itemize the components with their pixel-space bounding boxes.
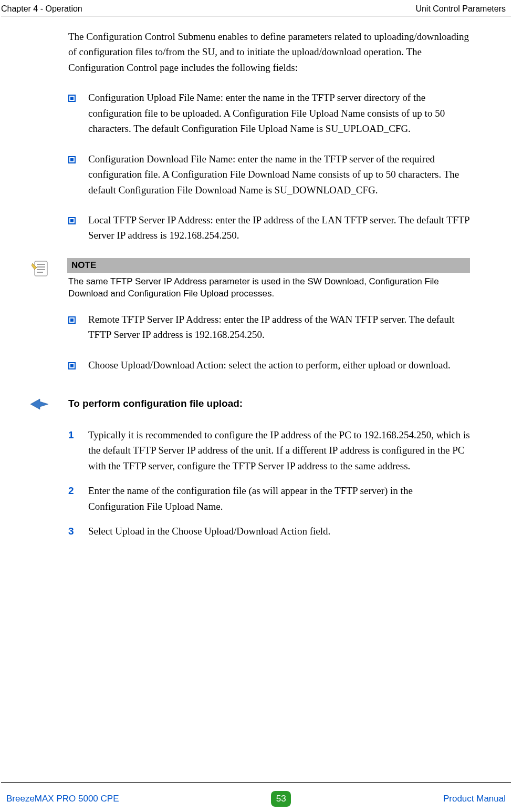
footer-right: Product Manual (443, 794, 506, 804)
arrow-right-icon (29, 398, 50, 413)
note-title: NOTE (67, 258, 470, 273)
intro-paragraph: The Configuration Control Submenu enable… (68, 29, 470, 75)
svg-rect-5 (70, 219, 74, 222)
bullet-text: Configuration Download File Name: enter … (88, 153, 459, 196)
bullet-text: Choose Upload/Download Action: select th… (88, 359, 451, 371)
header-right: Unit Control Parameters (415, 4, 506, 14)
bullet-item: Remote TFTP Server IP Address: enter the… (68, 312, 470, 343)
square-bullet-icon (68, 359, 77, 375)
step-item: 1 Typically it is recommended to configu… (68, 427, 470, 474)
header-left: Chapter 4 - Operation (1, 4, 82, 14)
bullet-item: Configuration Download File Name: enter … (68, 151, 470, 198)
svg-rect-13 (70, 318, 74, 322)
svg-rect-3 (70, 158, 74, 161)
note-block: NOTE The same TFTP Server IP Address par… (32, 258, 470, 300)
bullet-text: Local TFTP Server IP Address: enter the … (88, 214, 469, 241)
task-title: To perform configuration file upload: (68, 398, 470, 409)
svg-rect-1 (70, 97, 74, 100)
page-footer: BreezeMAX PRO 5000 CPE 53 Product Manual (0, 791, 512, 807)
bullet-item: Choose Upload/Download Action: select th… (68, 357, 470, 373)
svg-marker-16 (30, 399, 48, 409)
note-icon (32, 259, 50, 278)
step-text: Typically it is recommended to configure… (88, 429, 470, 471)
square-bullet-icon (68, 153, 77, 169)
page-header: Chapter 4 - Operation Unit Control Param… (0, 0, 512, 16)
bullet-item: Local TFTP Server IP Address: enter the … (68, 212, 470, 243)
bullet-text: Configuration Upload File Name: enter th… (88, 92, 445, 134)
step-number: 2 (68, 483, 74, 498)
svg-rect-15 (70, 364, 74, 367)
bullet-item: Configuration Upload File Name: enter th… (68, 90, 470, 136)
page-number-badge: 53 (271, 791, 291, 807)
step-item: 3 Select Upload in the Choose Upload/Dow… (68, 523, 470, 539)
note-text: The same TFTP Server IP Address paramete… (67, 273, 470, 300)
square-bullet-icon (68, 92, 77, 107)
header-rule (1, 16, 511, 16)
task-heading-row: To perform configuration file upload: (29, 398, 470, 409)
step-text: Select Upload in the Choose Upload/Downl… (88, 526, 330, 537)
square-bullet-icon (68, 314, 77, 329)
step-number: 3 (68, 523, 74, 539)
step-text: Enter the name of the configuration file… (88, 485, 413, 511)
square-bullet-icon (68, 214, 77, 230)
footer-rule (1, 782, 511, 783)
step-item: 2 Enter the name of the configuration fi… (68, 483, 470, 514)
page-content: The Configuration Control Submenu enable… (0, 29, 512, 539)
step-number: 1 (68, 427, 74, 443)
note-body: NOTE The same TFTP Server IP Address par… (67, 258, 470, 300)
footer-left: BreezeMAX PRO 5000 CPE (6, 794, 119, 804)
svg-rect-6 (35, 261, 47, 276)
bullet-text: Remote TFTP Server IP Address: enter the… (88, 314, 455, 340)
